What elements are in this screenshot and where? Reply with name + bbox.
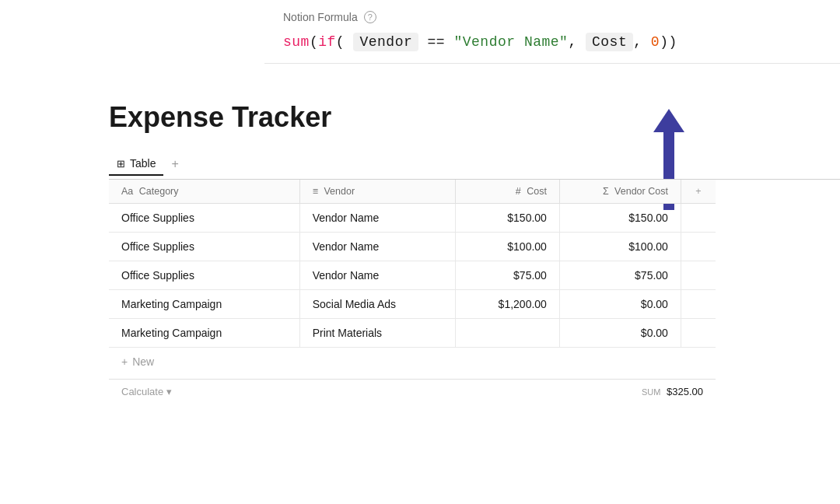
cell-vendor-cost[interactable]: $100.00 [559,233,681,261]
sum-value: $325.00 [667,386,703,397]
cell-add[interactable] [681,261,716,290]
sum-result: SUM $325.00 [642,386,703,397]
cell-vendor[interactable]: Vendor Name [299,261,456,290]
cell-vendor[interactable]: Social Media Ads [299,290,456,319]
cell-vendor-cost[interactable]: $0.00 [559,319,681,348]
cell-add[interactable] [681,290,716,319]
cell-category[interactable]: Marketing Campaign [109,290,299,319]
cell-category[interactable]: Office Supplies [109,233,299,261]
sum-label: SUM [642,387,660,397]
table-row: Marketing CampaignSocial Media Ads$1,200… [109,290,716,319]
tab-table-label: Table [130,157,156,170]
cell-vendor[interactable]: Print Materials [299,319,456,348]
tab-table[interactable]: ⊞ Table [109,152,163,176]
cell-vendor-cost[interactable]: $75.00 [559,261,681,290]
table-row: Office SuppliesVendor Name$100.00$100.00 [109,233,716,261]
new-row-button[interactable]: + New [109,348,840,376]
cell-cost[interactable] [456,319,560,348]
th-cost-label: Cost [527,186,547,197]
table-row: Office SuppliesVendor Name$150.00$150.00 [109,204,716,233]
cell-vendor[interactable]: Vendor Name [299,204,456,233]
table-row: Marketing CampaignPrint Materials$0.00 [109,319,716,348]
cell-add[interactable] [681,233,716,261]
add-tab-button[interactable]: + [166,154,183,174]
calculate-button[interactable]: Calculate ▾ [121,386,172,397]
new-row-label: New [132,355,154,368]
th-vendor: ≡ Vendor [299,180,456,204]
cell-cost[interactable]: $75.00 [456,261,560,290]
cell-cost[interactable]: $150.00 [456,204,560,233]
new-row-plus: + [121,355,128,368]
th-category: Aa Category [109,180,299,204]
cell-add[interactable] [681,319,716,348]
th-add-column[interactable]: + [681,180,716,204]
th-vendor-cost-label: Vendor Cost [614,186,668,197]
calculate-chevron: ▾ [166,386,172,397]
cell-vendor-cost[interactable]: $0.00 [559,290,681,319]
cell-cost[interactable]: $1,200.00 [456,290,560,319]
th-category-label: Category [139,186,179,197]
table-row: Office SuppliesVendor Name$75.00$75.00 [109,261,716,290]
th-vendor-label: Vendor [324,186,355,197]
th-cost: # Cost [456,180,560,204]
main-content: Expense Tracker ⊞ Table + Aa Category ≡ … [0,0,840,504]
cell-vendor-cost[interactable]: $150.00 [559,204,681,233]
sigma-icon: Σ [603,186,609,197]
th-vendor-cost: Σ Vendor Cost [559,180,681,204]
lines-icon: ≡ [313,186,318,197]
hash-icon: # [516,186,521,197]
tabs-row: ⊞ Table + [109,152,840,176]
cell-category[interactable]: Marketing Campaign [109,319,299,348]
page-title: Expense Tracker [109,101,840,134]
calculate-label: Calculate [121,386,163,397]
table-body: Office SuppliesVendor Name$150.00$150.00… [109,204,716,348]
cell-category[interactable]: Office Supplies [109,204,299,233]
cell-cost[interactable]: $100.00 [456,233,560,261]
cell-vendor[interactable]: Vendor Name [299,233,456,261]
table-footer: Calculate ▾ SUM $325.00 [109,379,716,404]
expense-table: Aa Category ≡ Vendor # Cost Σ Vendor Cos… [109,180,716,348]
table-wrapper: Aa Category ≡ Vendor # Cost Σ Vendor Cos… [109,179,840,404]
aa-icon: Aa [121,186,133,197]
table-icon: ⊞ [117,158,125,170]
cell-category[interactable]: Office Supplies [109,261,299,290]
cell-add[interactable] [681,204,716,233]
table-header-row: Aa Category ≡ Vendor # Cost Σ Vendor Cos… [109,180,716,204]
